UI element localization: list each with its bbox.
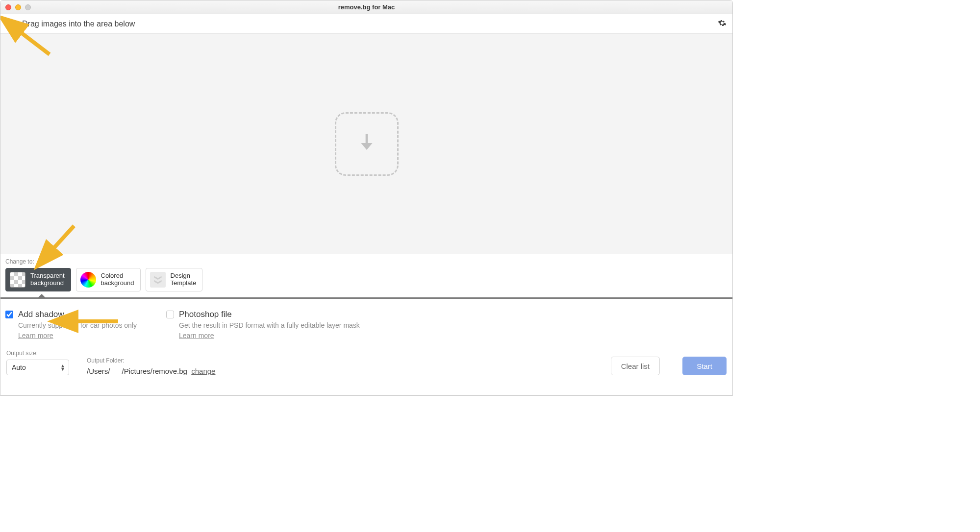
photoshop-file-learn-more-link[interactable]: Learn more [179,332,214,339]
change-folder-link[interactable]: change [191,367,215,375]
clear-list-button[interactable]: Clear list [611,357,660,375]
add-shadow-title: Add shadow [18,310,64,319]
output-folder-field: Output Folder: /Users/ /Pictures/remove.… [87,357,215,375]
option-transparent-background[interactable]: Transparent background [5,268,71,291]
start-button[interactable]: Start [682,357,727,375]
options-row: Add shadow Currently supported for car p… [0,299,732,345]
download-arrow-icon [353,129,380,159]
transparent-thumb-icon [10,272,25,288]
photoshop-file-title: Photoshop file [179,310,232,319]
drag-hint-text: Drag images into the area below [22,20,135,28]
app-window: remove.bg for Mac Drag images into the a… [0,0,733,396]
photoshop-file-option: Photoshop file Get the result in PSD for… [166,310,360,340]
output-size-label: Output size: [6,350,69,357]
option-design-template[interactable]: Design Template [146,268,203,291]
colorwheel-icon [80,272,96,288]
change-to-section: Change to: Transparent background Colore… [0,254,732,297]
option-label: Transparent background [30,272,65,287]
settings-button[interactable] [718,19,727,29]
window-title: remove.bg for Mac [0,3,732,11]
output-size-select[interactable]: Auto [6,360,69,375]
output-size-field: Output size: Auto ▲▼ [6,350,69,375]
toolbar: Drag images into the area below [0,14,732,34]
drop-area[interactable] [0,34,732,254]
photoshop-file-checkbox[interactable] [166,311,174,318]
photoshop-file-desc: Get the result in PSD format with a full… [179,321,360,329]
option-colored-background[interactable]: Colored background [76,268,141,291]
output-folder-label: Output Folder: [87,357,215,364]
add-shadow-checkbox[interactable] [5,311,13,318]
gear-icon [718,21,727,29]
background-options: Transparent background Colored backgroun… [5,268,728,291]
add-shadow-learn-more-link[interactable]: Learn more [18,332,53,339]
active-option-caret-icon [38,294,46,298]
change-to-label: Change to: [5,258,728,265]
output-folder-seg1: /Users/ [87,367,110,375]
option-label: Design Template [171,272,197,287]
bottom-row: Output size: Auto ▲▼ Output Folder: /Use… [0,345,732,382]
output-folder-seg2: /Pictures/remove.bg [122,367,187,375]
add-images-button[interactable] [5,19,15,29]
option-label: Colored background [101,272,134,287]
drop-placeholder [335,112,399,176]
plus-icon [6,19,15,29]
add-shadow-desc: Currently supported for car photos only [18,321,137,329]
template-icon [150,272,166,288]
add-shadow-option: Add shadow Currently supported for car p… [5,310,137,340]
titlebar: remove.bg for Mac [0,0,732,14]
